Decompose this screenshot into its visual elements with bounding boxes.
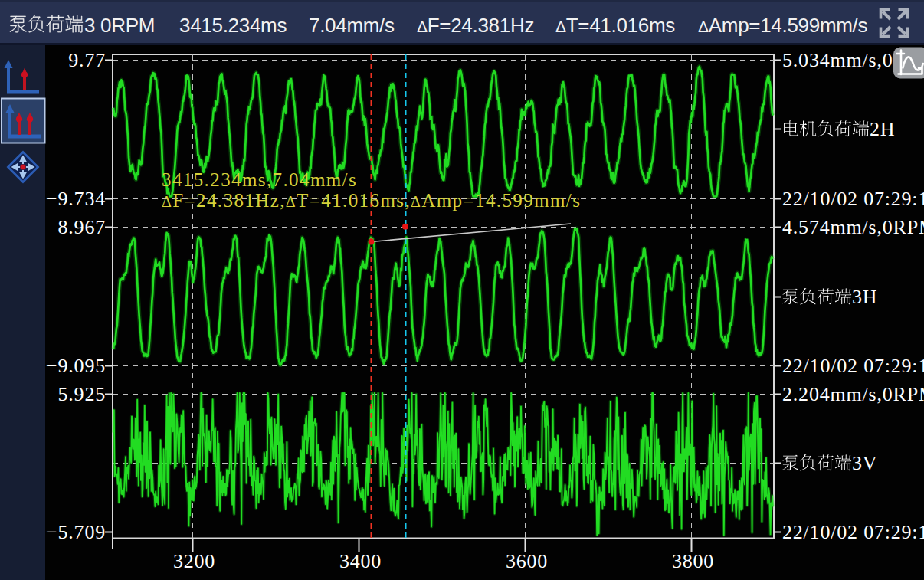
svg-text:ΔAmp=14.599mm/s: ΔAmp=14.599mm/s [698,14,868,37]
svg-text:0RPM: 0RPM [100,14,155,37]
svg-text:5.925: 5.925 [58,383,106,405]
svg-text:3: 3 [84,14,95,37]
svg-text:ΔF=24.381Hz: ΔF=24.381Hz [417,14,534,37]
svg-text:−9.095: −9.095 [46,355,106,377]
svg-text:ΔT=41.016ms: ΔT=41.016ms [555,14,675,37]
svg-text:−9.734: −9.734 [46,188,106,210]
svg-text:4.574mm/s,0RPM: 4.574mm/s,0RPM [782,216,924,238]
svg-text:2H: 2H [870,118,895,140]
svg-text:9.77: 9.77 [68,49,106,71]
svg-text:3H: 3H [852,286,877,308]
svg-text:2.204mm/s,0RPM: 2.204mm/s,0RPM [782,383,924,405]
svg-text:3V: 3V [852,452,877,474]
svg-text:22/10/02 07:29:16: 22/10/02 07:29:16 [782,355,924,377]
svg-text:3800: 3800 [672,550,714,572]
svg-text:7.04mm/s: 7.04mm/s [309,14,395,37]
svg-text:3200: 3200 [173,550,215,572]
svg-text:3415.234ms,7.04mm/s: 3415.234ms,7.04mm/s [162,169,357,190]
svg-text:8.967: 8.967 [58,216,106,238]
svg-text:ΔF=24.381Hz,ΔT=41.016ms,ΔAmp=1: ΔF=24.381Hz,ΔT=41.016ms,ΔAmp=14.599mm/s [162,190,581,211]
svg-text:22/10/02 07:29:16: 22/10/02 07:29:16 [782,188,924,210]
svg-text:3600: 3600 [506,550,548,572]
svg-text:−5.709: −5.709 [46,521,106,543]
svg-text:22/10/02 07:29:16: 22/10/02 07:29:16 [782,521,924,543]
svg-text:3415.234ms: 3415.234ms [179,14,287,37]
svg-text:3400: 3400 [339,550,382,572]
